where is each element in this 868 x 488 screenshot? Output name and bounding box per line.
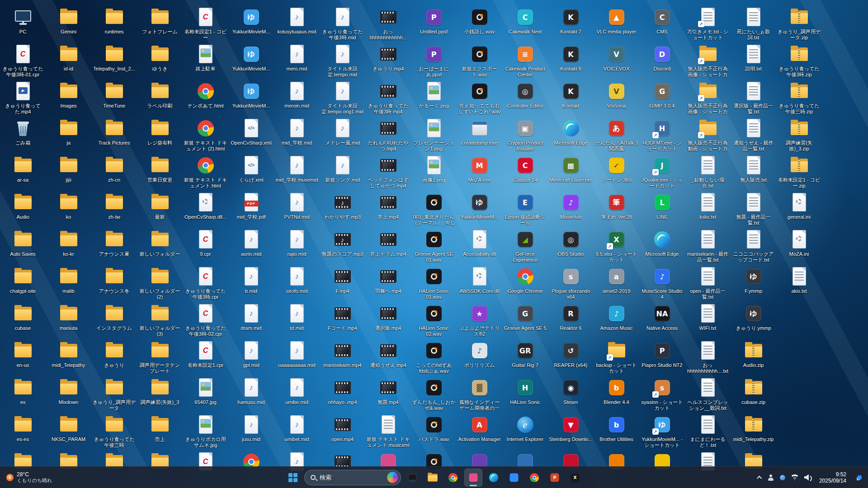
desktop-icon[interactable]: ▦Minecraft Launcher <box>548 153 594 190</box>
desktop-icon[interactable]: 調声練習(失敗)_3 <box>137 375 183 412</box>
desktop-icon[interactable]: umibet.mid <box>274 412 320 449</box>
desktop-icon[interactable]: くらげ.xml <box>228 153 274 190</box>
desktop-icon[interactable]: NANative Access <box>639 301 685 338</box>
desktop-icon[interactable]: ko-kr <box>46 227 91 264</box>
desktop-icon[interactable]: maniuta <box>46 301 91 338</box>
desktop-icon[interactable]: ohhayo-.mp4 <box>320 375 365 412</box>
desktop-icon[interactable]: 死にたい_ぉ歌詞.txt <box>731 5 776 42</box>
desktop-icon[interactable]: ◢GeForce Experience <box>502 227 548 264</box>
desktop-icon[interactable]: ゆうき <box>137 42 183 79</box>
status-tray-icon[interactable] <box>780 475 785 480</box>
desktop-icon[interactable]: s↗syasinn - ショートカット <box>639 375 685 412</box>
desktop-icon[interactable]: HALion Sonic 01.wav <box>411 264 457 301</box>
desktop-icon[interactable]: 新規エクスポート.wav <box>457 42 502 79</box>
desktop-icon[interactable]: meroin.mid <box>274 79 320 116</box>
desktop-icon[interactable]: EEpson 接続診断ツール <box>502 190 548 227</box>
desktop-icon[interactable]: gpt.mid <box>228 338 274 375</box>
desktop-icon[interactable]: わかりやす.mp3 <box>320 190 365 227</box>
desktop-icon[interactable]: ゆYukkuriMovieM... <box>457 190 502 227</box>
desktop-icon[interactable]: 新しいフォルダー (3) <box>137 301 183 338</box>
desktop-icon[interactable]: ↺REAPER (x64) <box>548 338 594 375</box>
desktop-icon[interactable]: 名称未設定1 - コピー <box>183 5 228 42</box>
desktop-icon[interactable]: きゅうり_調声用データ <box>91 375 137 412</box>
desktop-icon[interactable]: ✓ノートン 360 <box>594 153 639 190</box>
desktop-icon[interactable]: きゅうり食ってた午後3時-01.cpr <box>0 42 46 79</box>
desktop-icon[interactable]: Groove Agent SE 01.wav <box>411 227 457 264</box>
desktop-icon[interactable]: createdump.exe <box>457 116 502 153</box>
desktop-icon[interactable]: きゅうり食ってた午後3時.mp4 <box>365 79 411 116</box>
desktop-icon[interactable]: 無題 - 親作品一覧.txt <box>731 190 776 227</box>
desktop-icon[interactable]: ごみ箱 <box>0 116 46 153</box>
desktop-icon[interactable]: Audio <box>0 190 46 227</box>
desktop-icon[interactable]: タイトル未設定.tempo.mid <box>320 42 365 79</box>
desktop-icon[interactable]: 調声用データテンプレート <box>137 338 183 375</box>
desktop-icon[interactable]: mero.mid <box>274 42 320 79</box>
desktop-icon[interactable]: akis.txt <box>776 264 822 301</box>
desktop-icon[interactable]: Track Pictures <box>91 116 137 153</box>
desktop-icon[interactable]: uaaaaaaaaa.mid <box>274 338 320 375</box>
media-app-button[interactable] <box>464 469 482 487</box>
desktop-icon[interactable]: ◎OBS Studio <box>548 227 594 264</box>
desktop-icon[interactable]: AWSSDK.Core.dll <box>457 264 502 301</box>
file-explorer-button[interactable] <box>424 469 442 487</box>
desktop-icon[interactable]: 9.cpr <box>183 227 228 264</box>
chrome-button[interactable] <box>444 469 462 487</box>
desktop-icon[interactable]: ♪Amazon Music <box>594 301 639 338</box>
desktop-icon[interactable]: 羽舞へ.mp4 <box>365 264 411 301</box>
desktop-icon[interactable]: b.mid <box>228 264 274 301</box>
desktop-icon[interactable]: chatgpt-site <box>0 264 46 301</box>
desktop-icon[interactable]: きゅうり食ってた午後3時.cpr <box>183 264 228 301</box>
desktop-icon[interactable]: 営業日変更 <box>137 153 183 190</box>
desktop-icon[interactable]: TimeTune <box>91 79 137 116</box>
desktop-icon[interactable]: X↗9.5.xlsx - ショートカット <box>594 227 639 264</box>
desktop-icon[interactable]: ラベル印刷 <box>137 79 183 116</box>
desktop-icon[interactable]: 井上.mp4 <box>365 190 411 227</box>
desktop-icon[interactable]: タイトル未設定.tempo.orig1.mid <box>320 79 365 116</box>
desktop-icon[interactable]: J↗JQuake.exe - ショートカット <box>639 153 685 190</box>
search-box[interactable]: 検索 <box>304 470 401 485</box>
desktop-icon[interactable]: LLINE <box>639 190 685 227</box>
desktop-icon[interactable]: だれもFXUれたやつ.mp4 <box>365 116 411 153</box>
desktop-icon[interactable]: ゆF.ymmp <box>731 264 776 301</box>
desktop-icon[interactable]: こってのhdずあfdsbぶぁ.wav <box>411 338 457 375</box>
desktop-icon[interactable]: open - 親作品一覧.txt <box>685 264 731 301</box>
desktop-icon[interactable]: きゅうり食ってた午後3時.mid <box>320 5 365 42</box>
desktop-icon[interactable]: 筆筆まめ Ver.28 <box>594 190 639 227</box>
desktop-icon[interactable]: kotusytuaaus.mid <box>274 5 320 42</box>
notification-center-button[interactable] <box>854 472 865 483</box>
desktop-icon[interactable]: 新しいフォルダー (2) <box>137 264 183 301</box>
desktop-icon[interactable]: メドレー風.mid <box>320 116 365 153</box>
desktop-icon[interactable]: umibe.mid <box>274 375 320 412</box>
desktop-icon[interactable]: ↗無人販売不正行為 画像 - ショートカット <box>685 79 731 116</box>
desktop-icon[interactable]: mid_学校.mid <box>274 116 320 153</box>
desktop-icon[interactable]: 新規 テキスト ドキュメント.musicxml <box>365 412 411 449</box>
desktop-icon[interactable]: bBrother Utilities <box>594 412 639 449</box>
desktop-icon[interactable]: 答え知ってても右しずいわこれ!.wav <box>457 79 502 116</box>
desktop-icon[interactable]: cubase.zip <box>731 375 776 412</box>
desktop-icon[interactable]: きゅうり.mp4 <box>365 42 411 79</box>
desktop-icon[interactable]: ゆ↗YukkuriMovieM... - ショートカット <box>639 412 685 449</box>
desktop-icon[interactable]: MoZA.ini <box>776 227 822 264</box>
desktop-icon[interactable]: bBlender 4.4 <box>594 375 639 412</box>
desktop-icon[interactable]: Pおーばーまにあ.ppsf <box>411 42 457 79</box>
desktop-icon[interactable]: aairset2-2019 <box>594 264 639 301</box>
desktop-icon[interactable]: Auto Saves <box>0 227 46 264</box>
desktop-icon[interactable]: ★ぷよぷよ™テトリス®2 <box>457 301 502 338</box>
desktop-icon[interactable]: テンポあて.html <box>183 79 228 116</box>
desktop-icon[interactable]: zh-cn <box>91 153 137 190</box>
desktop-icon[interactable]: ar-sa <box>0 153 46 190</box>
desktop-icon[interactable]: WIFI.txt <box>685 301 731 338</box>
desktop-icon[interactable]: CCubase 14 <box>502 153 548 190</box>
desktop-icon[interactable]: 路上駐車 <box>183 42 228 79</box>
desktop-icon[interactable]: おっhhhhhhhhhhh....txt <box>685 338 731 375</box>
x-app-button[interactable]: X <box>566 469 584 487</box>
desktop-icon[interactable]: F.mp4 <box>320 264 365 301</box>
desktop-icon[interactable]: 無題のスコア.mp3 <box>320 227 365 264</box>
desktop-icon[interactable]: OpenCvSharp.xml <box>228 116 274 153</box>
desktop-icon[interactable]: ko <box>46 190 91 227</box>
desktop-icon[interactable]: バスドラ.wav <box>411 412 457 449</box>
desktop-icon[interactable]: VVoiSona <box>594 79 639 116</box>
desktop-icon[interactable]: KKontakt 8 <box>548 42 594 79</box>
desktop-icon[interactable]: 無題.mp4 <box>365 375 411 412</box>
desktop-icon[interactable]: Mixdown <box>46 375 91 412</box>
